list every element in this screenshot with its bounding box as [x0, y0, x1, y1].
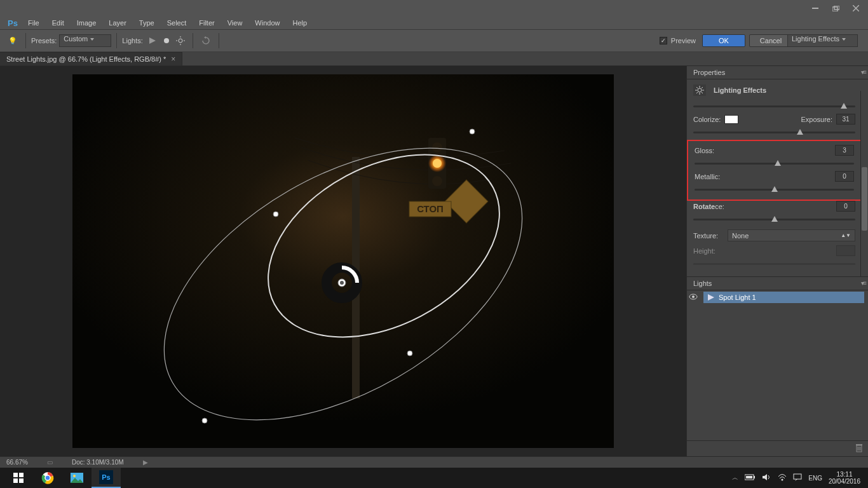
status-thumbnail-icon[interactable]: ▭ [47, 459, 53, 466]
svg-rect-42 [13, 473, 18, 477]
menu-image[interactable]: Image [71, 19, 103, 27]
taskbar-chrome[interactable] [33, 468, 62, 488]
colorize-swatch[interactable] [724, 115, 738, 124]
svg-rect-0 [812, 8, 818, 9]
metallic-slider[interactable] [695, 186, 854, 194]
document-tab-close-icon[interactable]: × [171, 55, 175, 64]
preview-checkbox[interactable]: ✓ [660, 37, 667, 44]
rotate-label: Rotate [693, 203, 715, 210]
lightbulb-icon[interactable]: 💡 [5, 33, 20, 48]
menu-edit[interactable]: Edit [46, 19, 71, 27]
texture-label: Texture: [693, 232, 724, 240]
gloss-slider[interactable] [695, 159, 854, 168]
tray-language[interactable]: ENG [808, 475, 822, 482]
windows-taskbar: Ps ︿ ENG 13:11 20/04/2016 [0, 468, 868, 488]
separator [116, 33, 117, 48]
texture-dropdown[interactable]: None ▲▼ [728, 229, 855, 241]
workspace-dropdown[interactable]: Lighting Effects [787, 34, 858, 47]
tray-action-center-icon[interactable] [793, 473, 802, 482]
separator [219, 33, 219, 48]
ellipse-handle[interactable] [202, 418, 208, 424]
svg-line-31 [696, 87, 698, 88]
slider-top[interactable] [693, 102, 855, 111]
menu-bar: Ps File Edit Image Layer Type Select Fil… [0, 17, 868, 29]
document-tab[interactable]: Street Lights.jpg @ 66.7% (Light Effects… [0, 52, 182, 65]
menu-layer[interactable]: Layer [102, 19, 133, 27]
document-tab-bar: Street Lights.jpg @ 66.7% (Light Effects… [0, 52, 868, 66]
svg-point-25 [340, 281, 344, 285]
menu-view[interactable]: View [221, 19, 249, 27]
taskbar-photos[interactable] [62, 468, 92, 488]
workspace: СТОП [0, 66, 868, 456]
menu-type[interactable]: Type [133, 19, 161, 27]
spotlight-icon[interactable] [146, 33, 159, 48]
window-titlebar [0, 0, 868, 17]
svg-rect-43 [19, 473, 24, 477]
exposure-slider[interactable] [693, 128, 855, 137]
panel-menu-icon[interactable]: ▾≡ [861, 69, 865, 76]
document-tab-label: Street Lights.jpg @ 66.7% (Light Effects… [6, 55, 166, 63]
lights-tab[interactable]: Lights ▾≡ [687, 277, 868, 290]
colorize-label: Colorize: [693, 116, 721, 123]
ellipse-handle[interactable] [407, 351, 413, 356]
ellipse-handle[interactable] [470, 129, 475, 135]
infinitelight-icon[interactable] [173, 33, 187, 48]
restore-button[interactable] [826, 2, 845, 15]
svg-rect-38 [856, 444, 862, 445]
minimize-button[interactable] [806, 2, 825, 15]
tray-battery-icon[interactable] [745, 474, 756, 482]
canvas-area: СТОП [0, 66, 686, 456]
panel-menu-icon[interactable]: ▾≡ [861, 280, 865, 287]
zoom-level[interactable]: 66.67% [6, 459, 28, 466]
metallic-value[interactable]: 0 [835, 171, 854, 182]
menu-filter[interactable]: Filter [193, 19, 220, 27]
svg-rect-44 [13, 478, 18, 483]
separator [193, 33, 193, 48]
close-button[interactable] [846, 2, 865, 15]
ellipse-handle[interactable] [273, 212, 279, 217]
exposure-value[interactable]: 31 [836, 114, 855, 125]
properties-tab[interactable]: Properties ▾≡ [687, 66, 868, 79]
ok-button[interactable]: OK [702, 34, 745, 47]
menu-file[interactable]: File [22, 19, 46, 27]
lights-label: Lights: [122, 37, 142, 44]
properties-scrollbar[interactable] [860, 91, 868, 276]
metallic-label: Metallic: [695, 173, 720, 180]
lighting-effects-icon [693, 85, 706, 96]
svg-rect-45 [19, 478, 24, 483]
svg-rect-52 [754, 476, 755, 478]
status-bar: 66.67% ▭ Doc: 3.10M/3.10M ▶ [0, 456, 868, 468]
height-value [836, 245, 855, 256]
document-canvas[interactable]: СТОП [72, 74, 614, 448]
svg-point-19 [433, 159, 442, 168]
menu-select[interactable]: Select [161, 19, 193, 27]
doc-size[interactable]: Doc: 3.10M/3.10M [72, 459, 124, 466]
svg-point-5 [164, 38, 169, 43]
taskbar-photoshop[interactable]: Ps [92, 468, 121, 488]
status-arrow-icon[interactable]: ▶ [143, 459, 148, 466]
cancel-button[interactable]: Cancel [749, 34, 792, 47]
trash-icon[interactable] [855, 444, 863, 454]
tray-chevron-icon[interactable]: ︿ [732, 473, 738, 482]
photoshop-logo-icon: Ps [4, 17, 22, 29]
svg-line-32 [702, 92, 703, 93]
start-button[interactable] [4, 468, 33, 488]
exposure-label: Exposure: [801, 116, 832, 123]
gloss-value[interactable]: 3 [835, 145, 854, 156]
reset-icon[interactable] [198, 33, 214, 48]
svg-point-36 [692, 295, 695, 298]
tray-network-icon[interactable] [778, 473, 787, 482]
svg-text:СТОП: СТОП [417, 203, 444, 214]
menu-window[interactable]: Window [248, 19, 286, 27]
light-item[interactable]: Spot Light 1 [703, 292, 864, 303]
tray-clock[interactable]: 13:11 20/04/2016 [829, 471, 860, 485]
visibility-toggle[interactable] [687, 290, 700, 304]
preview-label: Preview [671, 37, 696, 44]
rotate-suffix: ce: [715, 203, 724, 210]
pointlight-icon[interactable] [159, 33, 173, 48]
tray-volume-icon[interactable] [763, 473, 771, 482]
rotate-value[interactable]: 0 [836, 201, 855, 212]
menu-help[interactable]: Help [286, 19, 313, 27]
presets-dropdown[interactable]: Custom [59, 34, 111, 47]
rotate-slider[interactable] [693, 215, 855, 224]
